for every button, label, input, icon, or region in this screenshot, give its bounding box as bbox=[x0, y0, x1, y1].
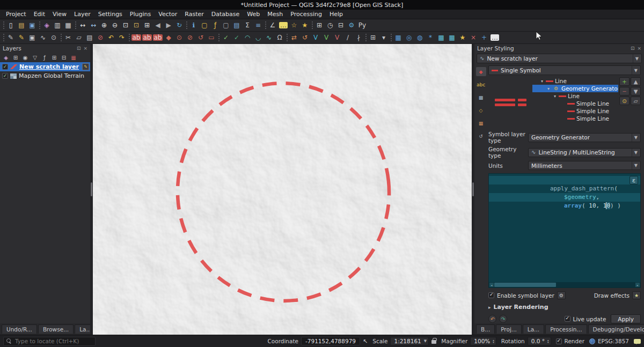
add-ring-icon[interactable]: + bbox=[479, 33, 489, 43]
toolbar-handle[interactable] bbox=[364, 33, 368, 43]
close-panel-icon[interactable]: × bbox=[83, 46, 87, 51]
right-splitter[interactable] bbox=[472, 44, 474, 335]
digitize-with-curve-icon[interactable]: ◠ bbox=[242, 33, 253, 43]
select-by-radius-icon[interactable]: ◎ bbox=[404, 33, 414, 43]
pan-to-selection-icon[interactable]: ↔ bbox=[88, 20, 99, 31]
filter-by-expression-icon[interactable]: ƒ bbox=[40, 54, 49, 61]
zoom-to-layer-icon[interactable]: ⊞ bbox=[142, 20, 152, 31]
layer-rendering-section[interactable]: ▸ Layer Rendering bbox=[488, 304, 641, 311]
save-project-icon[interactable]: ▣ bbox=[27, 20, 38, 31]
sample-raster-values-icon[interactable]: ▦ bbox=[447, 33, 457, 43]
zoom-full-icon[interactable]: ⊡ bbox=[120, 20, 131, 31]
measure-line-icon[interactable]: ∠ bbox=[267, 20, 278, 31]
undock-panel-icon[interactable]: ⊡ bbox=[77, 46, 81, 51]
toolbar-handle[interactable] bbox=[285, 33, 289, 43]
tree-expand-icon[interactable]: ▾ bbox=[546, 86, 551, 91]
close-panel-icon[interactable]: × bbox=[637, 46, 641, 51]
copy-features-icon[interactable]: ▱ bbox=[74, 33, 84, 43]
reshape-features-icon[interactable]: ∕ bbox=[342, 33, 353, 43]
new-bookmark-icon[interactable]: ☆ bbox=[289, 20, 299, 31]
toolbar-handle[interactable] bbox=[38, 20, 41, 31]
toolbar-handle[interactable] bbox=[2, 33, 5, 43]
locate-input[interactable] bbox=[14, 337, 92, 345]
select-by-location-icon[interactable]: * bbox=[425, 33, 436, 43]
remove-layer-icon[interactable]: ▦ bbox=[69, 54, 78, 61]
tab-undo-redo[interactable]: Undo/R... bbox=[2, 324, 37, 334]
units-select[interactable]: Millimeters ▼ bbox=[528, 161, 641, 170]
masks-tab-icon[interactable]: ▩ bbox=[476, 93, 486, 102]
save-layer-edits-icon[interactable]: ▣ bbox=[27, 33, 38, 43]
tree-expand-icon[interactable]: ▾ bbox=[540, 79, 544, 84]
toolbar-handle[interactable] bbox=[185, 20, 188, 31]
rotation-spinbox[interactable]: 0.0 ° ▴▾ bbox=[528, 337, 551, 345]
layer-diagram-options-icon[interactable]: ab bbox=[142, 33, 152, 43]
zoom-in-icon[interactable]: ⊕ bbox=[99, 20, 109, 31]
toolbar-handle[interactable] bbox=[59, 33, 63, 43]
menu-plugins[interactable]: Plugins bbox=[126, 10, 155, 18]
log-messages-icon[interactable]: … bbox=[489, 33, 500, 43]
select-by-form-icon[interactable]: ▦ bbox=[393, 33, 404, 43]
menu-view[interactable]: View bbox=[49, 10, 70, 18]
menu-help[interactable]: Help bbox=[326, 10, 347, 18]
scrollbar-thumb[interactable] bbox=[494, 283, 556, 287]
scroll-right-icon[interactable]: ▸ bbox=[635, 283, 640, 287]
tab-browser-right[interactable]: B... bbox=[476, 324, 495, 334]
zoom-next-icon[interactable]: ▶ bbox=[163, 20, 174, 31]
map-canvas[interactable] bbox=[93, 44, 472, 335]
delete-selected-icon[interactable]: ⊘ bbox=[95, 33, 106, 43]
pin-unpin-labels-icon[interactable]: ◆ bbox=[163, 33, 174, 43]
current-edits-icon[interactable]: ✎ bbox=[5, 33, 16, 43]
duplicate-symbol-layer-button[interactable]: ▱ bbox=[631, 97, 641, 105]
new-print-layout-icon[interactable]: ▥ bbox=[52, 20, 63, 31]
style-redo-button[interactable]: ↷ bbox=[499, 315, 507, 323]
rotate-label-icon[interactable]: ↺ bbox=[195, 33, 206, 43]
processing-toolbox-icon[interactable]: ⚙ bbox=[346, 20, 357, 31]
undock-panel-icon[interactable]: ⊡ bbox=[631, 46, 635, 51]
style-undo-button[interactable]: ↶ bbox=[488, 315, 496, 323]
symbol-node-line-sub[interactable]: ▾ Line bbox=[532, 92, 618, 100]
symbol-layer-type-select[interactable]: Geometry Generator ▼ bbox=[528, 133, 641, 142]
layer-item-new-scratch-layer[interactable]: ✓ New scratch layer ✎ bbox=[0, 62, 90, 71]
scale-lock-icon[interactable] bbox=[431, 340, 436, 344]
move-up-button[interactable]: ▲ bbox=[631, 77, 641, 86]
highlight-pinned-labels-icon[interactable]: ab bbox=[152, 33, 163, 43]
toolbar-handle[interactable] bbox=[389, 33, 393, 43]
change-label-properties-icon[interactable]: ▭ bbox=[206, 33, 217, 43]
menu-web[interactable]: Web bbox=[243, 10, 264, 18]
symbol-node-geometry-generator[interactable]: ▾ Geometry Generator bbox=[532, 85, 618, 92]
tab-debugging[interactable]: Debugging/Develop... bbox=[588, 324, 644, 334]
field-calculator-icon[interactable]: Σ bbox=[242, 20, 253, 31]
python-console-icon[interactable]: Py bbox=[357, 20, 368, 31]
coordinate-value[interactable]: -791152,4788979 bbox=[301, 337, 360, 345]
split-features-icon[interactable]: ∤ bbox=[353, 33, 364, 43]
scroll-left-icon[interactable]: ◂ bbox=[489, 283, 494, 287]
layout-manager-icon[interactable]: ▦ bbox=[63, 20, 74, 31]
labels-tab-icon[interactable]: abc bbox=[476, 80, 486, 89]
snapping-options-icon[interactable]: Ω bbox=[274, 33, 285, 43]
data-source-manager-icon[interactable]: ⊟ bbox=[335, 20, 346, 31]
raster-calculator-icon[interactable]: ▦ bbox=[436, 33, 447, 43]
add-group-icon[interactable]: ⊞ bbox=[11, 54, 20, 61]
menu-database[interactable]: Database bbox=[208, 10, 244, 18]
add-symbol-layer-button[interactable]: + bbox=[619, 77, 630, 86]
digitize-with-segment-icon[interactable]: ∿ bbox=[38, 33, 48, 43]
zoom-last-icon[interactable]: ◀ bbox=[152, 20, 163, 31]
filter-legend-icon[interactable]: ▽ bbox=[31, 54, 39, 61]
new-3d-map-view-icon[interactable]: ⊞ bbox=[314, 20, 325, 31]
cut-features-icon[interactable]: ✂ bbox=[63, 33, 74, 43]
statistical-summary-icon[interactable]: ≡ bbox=[253, 20, 264, 31]
add-polygon-feature-icon[interactable]: V bbox=[321, 33, 332, 43]
menu-settings[interactable]: Settings bbox=[94, 10, 126, 18]
geometry-type-select[interactable]: ∿ LineString / MultiLineString ▼ bbox=[528, 148, 641, 157]
spin-arrows-icon[interactable]: ▴▾ bbox=[493, 339, 494, 343]
menu-mesh[interactable]: Mesh bbox=[264, 10, 287, 18]
expression-editor[interactable]: apply_dash_pattern( $geometry, array( 10… bbox=[488, 173, 641, 288]
symbol-node-simple-line-3[interactable]: Simple Line bbox=[532, 115, 618, 122]
zoom-out-icon[interactable]: ⊖ bbox=[109, 20, 120, 31]
open-attribute-table-icon[interactable]: ▤ bbox=[231, 20, 242, 31]
menu-project[interactable]: Project bbox=[2, 10, 30, 18]
toolbar-handle[interactable] bbox=[127, 33, 131, 43]
move-down-button[interactable]: ▼ bbox=[631, 87, 641, 95]
show-hide-labels-icon[interactable]: ⊙ bbox=[174, 33, 185, 43]
layer-visibility-checkbox[interactable]: ✓ bbox=[2, 64, 8, 70]
